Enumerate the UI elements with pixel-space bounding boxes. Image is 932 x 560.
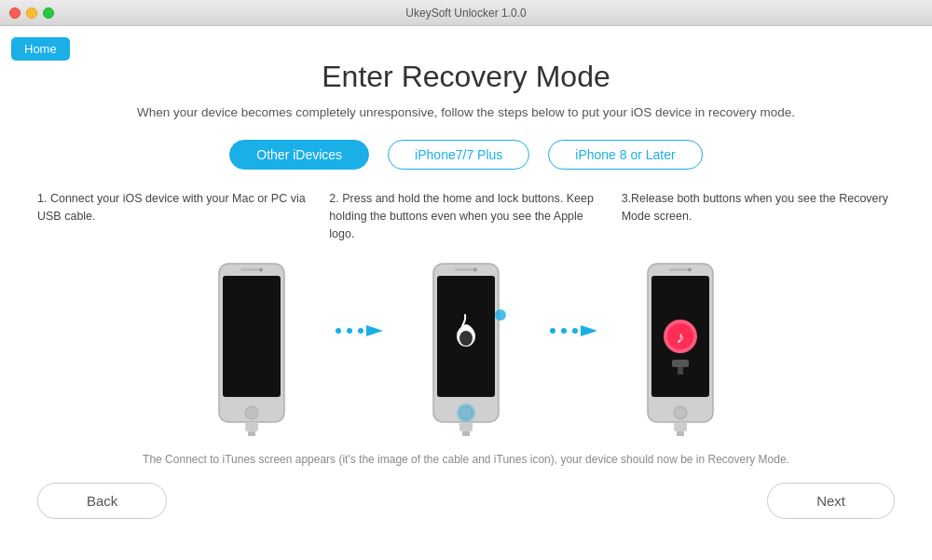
device-illustrations: ♪ (37, 259, 895, 436)
page-title: Enter Recovery Mode (37, 26, 895, 94)
phone-2-image (415, 259, 517, 436)
step-1-text: 1. Connect your iOS device with your Mac… (37, 190, 310, 242)
svg-point-34 (688, 268, 692, 272)
device-1 (200, 259, 303, 436)
svg-point-19 (495, 309, 506, 321)
tab-iphone7[interactable]: iPhone7/7 Plus (388, 140, 529, 170)
minimize-button[interactable] (26, 7, 37, 19)
arrow-2 (545, 320, 601, 348)
svg-point-25 (572, 328, 578, 334)
svg-point-24 (561, 328, 567, 334)
back-button[interactable]: Back (37, 483, 167, 519)
svg-rect-37 (674, 422, 687, 431)
navigation-buttons: Back Next (37, 483, 895, 534)
svg-rect-35 (672, 360, 689, 367)
close-button[interactable] (9, 7, 21, 19)
step-3-text: 3.Release both buttons when you see the … (622, 190, 895, 242)
tab-iphone8[interactable]: iPhone 8 or Later (548, 140, 702, 170)
svg-point-9 (358, 328, 363, 334)
svg-point-23 (550, 328, 555, 334)
window-controls[interactable] (9, 7, 54, 19)
svg-marker-26 (581, 325, 597, 336)
maximize-button[interactable] (43, 7, 54, 19)
next-button[interactable]: Next (767, 483, 895, 519)
device-2 (415, 259, 517, 436)
window-title: UkeySoft Unlocker 1.0.0 (405, 7, 526, 20)
phone-3-image: ♪ (629, 259, 732, 436)
svg-rect-22 (462, 431, 470, 436)
steps-description: 1. Connect your iOS device with your Mac… (37, 190, 895, 242)
svg-rect-6 (248, 431, 255, 436)
svg-text:♪: ♪ (677, 328, 685, 347)
svg-rect-5 (245, 422, 258, 431)
svg-point-18 (473, 268, 477, 272)
page-subtitle: When your device becomes completely unre… (37, 105, 895, 119)
svg-point-32 (674, 406, 687, 419)
home-button[interactable]: Home (11, 37, 70, 61)
bottom-note: The Connect to iTunes screen appears (it… (37, 453, 895, 466)
svg-rect-38 (677, 431, 684, 436)
phone-1-image (200, 259, 303, 436)
svg-rect-21 (459, 422, 473, 431)
tab-bar: Other iDevices iPhone7/7 Plus iPhone 8 o… (37, 140, 895, 170)
svg-point-4 (259, 268, 263, 272)
svg-point-20 (457, 403, 475, 422)
arrow-1 (331, 320, 387, 348)
svg-marker-10 (366, 325, 383, 336)
device-3: ♪ (629, 259, 732, 436)
main-content: Home Enter Recovery Mode When your devic… (0, 26, 932, 560)
step-2-text: 2. Press and hold the home and lock butt… (329, 190, 602, 242)
svg-point-7 (336, 328, 341, 334)
titlebar: UkeySoft Unlocker 1.0.0 (0, 0, 932, 26)
svg-rect-36 (678, 367, 683, 375)
svg-rect-1 (223, 276, 281, 397)
tab-other-idevices[interactable]: Other iDevices (229, 140, 369, 170)
svg-point-8 (347, 328, 352, 334)
svg-point-2 (245, 406, 258, 419)
